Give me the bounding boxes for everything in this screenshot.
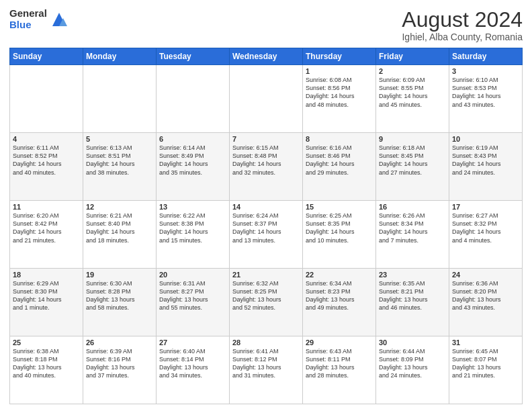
day-number: 10 <box>452 135 519 143</box>
table-row: 9Sunrise: 6:18 AM Sunset: 8:45 PM Daylig… <box>376 133 449 201</box>
table-row: 25Sunrise: 6:38 AM Sunset: 8:18 PM Dayli… <box>10 336 83 404</box>
day-info: Sunrise: 6:24 AM Sunset: 8:37 PM Dayligh… <box>232 212 300 244</box>
day-info: Sunrise: 6:40 AM Sunset: 8:14 PM Dayligh… <box>159 347 226 380</box>
page: General Blue August 2024 Ighiel, Alba Co… <box>0 0 532 411</box>
col-monday: Monday <box>83 48 157 65</box>
day-number: 5 <box>86 135 153 143</box>
day-number: 19 <box>86 271 153 279</box>
table-row: 22Sunrise: 6:34 AM Sunset: 8:23 PM Dayli… <box>303 269 376 336</box>
day-info: Sunrise: 6:36 AM Sunset: 8:20 PM Dayligh… <box>452 279 519 312</box>
calendar-week-3: 11Sunrise: 6:20 AM Sunset: 8:42 PM Dayli… <box>10 201 523 269</box>
day-number: 25 <box>13 338 80 347</box>
day-number: 16 <box>379 203 446 211</box>
day-number: 18 <box>13 271 80 279</box>
col-tuesday: Tuesday <box>157 48 230 65</box>
table-row <box>230 65 303 133</box>
table-row: 7Sunrise: 6:15 AM Sunset: 8:48 PM Daylig… <box>230 133 303 201</box>
day-info: Sunrise: 6:26 AM Sunset: 8:34 PM Dayligh… <box>379 212 446 244</box>
day-number: 30 <box>379 338 446 347</box>
table-row: 28Sunrise: 6:41 AM Sunset: 8:12 PM Dayli… <box>230 336 303 404</box>
day-info: Sunrise: 6:25 AM Sunset: 8:35 PM Dayligh… <box>306 212 373 244</box>
day-info: Sunrise: 6:20 AM Sunset: 8:42 PM Dayligh… <box>13 212 80 244</box>
day-number: 29 <box>306 338 373 347</box>
day-info: Sunrise: 6:41 AM Sunset: 8:12 PM Dayligh… <box>232 347 300 380</box>
table-row: 27Sunrise: 6:40 AM Sunset: 8:14 PM Dayli… <box>157 336 230 404</box>
day-number: 15 <box>306 203 373 211</box>
logo: General Blue <box>9 8 69 30</box>
table-row: 5Sunrise: 6:13 AM Sunset: 8:51 PM Daylig… <box>83 133 157 201</box>
calendar-week-1: 1Sunrise: 6:08 AM Sunset: 8:56 PM Daylig… <box>10 65 523 133</box>
table-row: 31Sunrise: 6:45 AM Sunset: 8:07 PM Dayli… <box>449 336 523 404</box>
title-area: August 2024 Ighiel, Alba County, Romania <box>402 8 523 42</box>
table-row: 21Sunrise: 6:32 AM Sunset: 8:25 PM Dayli… <box>230 269 303 336</box>
table-row: 24Sunrise: 6:36 AM Sunset: 8:20 PM Dayli… <box>449 269 523 336</box>
subtitle: Ighiel, Alba County, Romania <box>402 32 523 42</box>
logo-text: General Blue <box>9 8 47 30</box>
day-info: Sunrise: 6:14 AM Sunset: 8:49 PM Dayligh… <box>159 144 226 177</box>
day-number: 28 <box>232 338 300 347</box>
day-info: Sunrise: 6:08 AM Sunset: 8:56 PM Dayligh… <box>306 76 373 109</box>
day-number: 12 <box>86 203 153 211</box>
day-info: Sunrise: 6:32 AM Sunset: 8:25 PM Dayligh… <box>232 279 300 312</box>
col-friday: Friday <box>376 48 449 65</box>
day-number: 26 <box>86 338 153 347</box>
day-number: 8 <box>306 135 373 143</box>
calendar-week-5: 25Sunrise: 6:38 AM Sunset: 8:18 PM Dayli… <box>10 336 523 404</box>
day-info: Sunrise: 6:34 AM Sunset: 8:23 PM Dayligh… <box>306 279 373 312</box>
day-info: Sunrise: 6:31 AM Sunset: 8:27 PM Dayligh… <box>159 279 226 312</box>
table-row: 3Sunrise: 6:10 AM Sunset: 8:53 PM Daylig… <box>449 65 523 133</box>
day-info: Sunrise: 6:29 AM Sunset: 8:30 PM Dayligh… <box>13 279 80 312</box>
day-info: Sunrise: 6:43 AM Sunset: 8:11 PM Dayligh… <box>306 347 373 380</box>
day-info: Sunrise: 6:19 AM Sunset: 8:43 PM Dayligh… <box>452 144 519 177</box>
day-info: Sunrise: 6:13 AM Sunset: 8:51 PM Dayligh… <box>86 144 153 177</box>
day-info: Sunrise: 6:38 AM Sunset: 8:18 PM Dayligh… <box>13 347 80 380</box>
day-info: Sunrise: 6:18 AM Sunset: 8:45 PM Dayligh… <box>379 144 446 177</box>
calendar-table: Sunday Monday Tuesday Wednesday Thursday… <box>9 48 523 404</box>
day-number: 11 <box>13 203 80 211</box>
table-row: 1Sunrise: 6:08 AM Sunset: 8:56 PM Daylig… <box>303 65 376 133</box>
table-row: 26Sunrise: 6:39 AM Sunset: 8:16 PM Dayli… <box>83 336 157 404</box>
table-row: 6Sunrise: 6:14 AM Sunset: 8:49 PM Daylig… <box>157 133 230 201</box>
day-info: Sunrise: 6:15 AM Sunset: 8:48 PM Dayligh… <box>232 144 300 177</box>
day-number: 14 <box>232 203 300 211</box>
table-row: 11Sunrise: 6:20 AM Sunset: 8:42 PM Dayli… <box>10 201 83 269</box>
table-row: 15Sunrise: 6:25 AM Sunset: 8:35 PM Dayli… <box>303 201 376 269</box>
day-info: Sunrise: 6:22 AM Sunset: 8:38 PM Dayligh… <box>159 212 226 244</box>
day-number: 9 <box>379 135 446 143</box>
day-info: Sunrise: 6:11 AM Sunset: 8:52 PM Dayligh… <box>13 144 80 177</box>
day-number: 4 <box>13 135 80 143</box>
table-row: 12Sunrise: 6:21 AM Sunset: 8:40 PM Dayli… <box>83 201 157 269</box>
day-number: 2 <box>379 67 446 75</box>
table-row: 10Sunrise: 6:19 AM Sunset: 8:43 PM Dayli… <box>449 133 523 201</box>
table-row <box>83 65 157 133</box>
col-saturday: Saturday <box>449 48 523 65</box>
day-number: 21 <box>232 271 300 279</box>
day-info: Sunrise: 6:39 AM Sunset: 8:16 PM Dayligh… <box>86 347 153 380</box>
day-number: 22 <box>306 271 373 279</box>
day-info: Sunrise: 6:44 AM Sunset: 8:09 PM Dayligh… <box>379 347 446 380</box>
table-row: 13Sunrise: 6:22 AM Sunset: 8:38 PM Dayli… <box>157 201 230 269</box>
table-row: 30Sunrise: 6:44 AM Sunset: 8:09 PM Dayli… <box>376 336 449 404</box>
table-row <box>10 65 83 133</box>
table-row: 18Sunrise: 6:29 AM Sunset: 8:30 PM Dayli… <box>10 269 83 336</box>
day-number: 6 <box>159 135 226 143</box>
day-number: 3 <box>452 67 519 75</box>
header: General Blue August 2024 Ighiel, Alba Co… <box>9 8 523 42</box>
table-row: 17Sunrise: 6:27 AM Sunset: 8:32 PM Dayli… <box>449 201 523 269</box>
day-number: 17 <box>452 203 519 211</box>
day-number: 7 <box>232 135 300 143</box>
table-row: 2Sunrise: 6:09 AM Sunset: 8:55 PM Daylig… <box>376 65 449 133</box>
header-row: Sunday Monday Tuesday Wednesday Thursday… <box>10 48 523 65</box>
day-info: Sunrise: 6:21 AM Sunset: 8:40 PM Dayligh… <box>86 212 153 244</box>
table-row: 23Sunrise: 6:35 AM Sunset: 8:21 PM Dayli… <box>376 269 449 336</box>
day-number: 24 <box>452 271 519 279</box>
table-row <box>157 65 230 133</box>
table-row: 4Sunrise: 6:11 AM Sunset: 8:52 PM Daylig… <box>10 133 83 201</box>
day-number: 20 <box>159 271 226 279</box>
table-row: 8Sunrise: 6:16 AM Sunset: 8:46 PM Daylig… <box>303 133 376 201</box>
day-info: Sunrise: 6:45 AM Sunset: 8:07 PM Dayligh… <box>452 347 519 380</box>
logo-general: General <box>9 8 47 19</box>
table-row: 16Sunrise: 6:26 AM Sunset: 8:34 PM Dayli… <box>376 201 449 269</box>
day-info: Sunrise: 6:09 AM Sunset: 8:55 PM Dayligh… <box>379 76 446 109</box>
col-sunday: Sunday <box>10 48 83 65</box>
